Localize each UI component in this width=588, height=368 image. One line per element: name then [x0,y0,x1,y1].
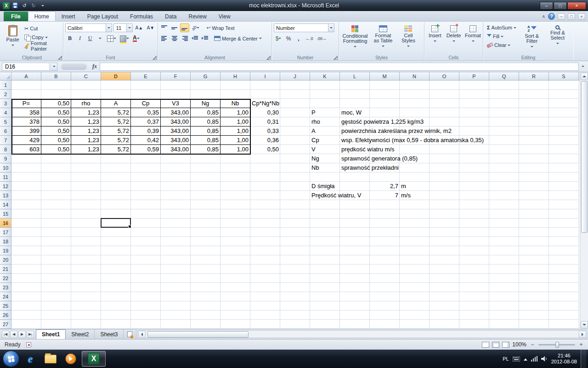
underline-button[interactable]: U [85,34,95,43]
volume-icon[interactable] [541,356,548,362]
page-break-view-button[interactable] [502,342,509,348]
column-header-I[interactable]: I [250,72,280,80]
decrease-decimal-button[interactable]: .00→ [316,34,328,43]
row-header-25[interactable]: 25 [0,301,11,310]
cell-K12[interactable]: D śmigła [310,182,340,191]
cell-D4[interactable]: 5,72 [101,108,131,117]
fill-color-button[interactable] [119,34,130,43]
cell-F4[interactable]: 343,00 [161,108,191,117]
merge-center-button[interactable]: Merge & Center [212,34,264,43]
row-header-26[interactable]: 26 [0,310,11,320]
horizontal-scrollbar[interactable] [137,330,587,338]
row-header-24[interactable]: 24 [0,292,11,301]
row-header-9[interactable]: 9 [0,154,11,163]
cell-K9[interactable]: Ng [310,154,340,163]
cell-A6[interactable]: 399 [11,126,41,136]
comma-style-button[interactable]: , [294,34,303,43]
cell-I5[interactable]: 0,31 [250,117,280,126]
column-header-R[interactable]: R [519,72,549,80]
clear-button[interactable]: Clear [485,41,518,49]
row-header-27[interactable]: 27 [0,320,11,329]
row-header-15[interactable]: 15 [0,209,11,218]
zoom-out-button[interactable]: − [529,341,536,348]
zoom-slider[interactable] [538,344,575,345]
taskbar-excel[interactable]: X [82,351,106,367]
cell-H8[interactable]: 1,00 [220,145,250,154]
minimize-ribbon-button[interactable]: ∧ [542,14,545,19]
cell-M13[interactable]: 7 [370,191,400,200]
row-header-23[interactable]: 23 [0,283,11,292]
column-header-D[interactable]: D [101,72,131,80]
column-header-E[interactable]: E [131,72,161,80]
insert-cells-button[interactable]: Insert [426,23,444,54]
qat-customize-button[interactable] [39,2,46,9]
cell-styles-button[interactable]: Cell Styles [397,23,420,54]
cell-C8[interactable]: 1,23 [71,145,101,154]
cell-K10[interactable]: Nb [310,163,340,172]
format-cells-button[interactable]: Format [464,23,482,54]
cell-L7[interactable]: wsp. Efektywności (max 0,59 - dobra amat… [340,136,370,145]
cell-C4[interactable]: 1,23 [71,108,101,117]
sheet-tab-sheet2[interactable]: Sheet2 [66,329,95,339]
show-desktop-button[interactable] [581,350,586,368]
cell-I3[interactable]: Cp*Ng*Nb [250,99,280,108]
fill-button[interactable]: Fill [485,32,518,40]
borders-button[interactable] [106,34,118,43]
column-header-H[interactable]: H [220,72,250,80]
grow-font-button[interactable]: A▲ [134,23,144,32]
horizontal-scroll-thumb[interactable] [147,331,249,338]
column-header-B[interactable]: B [41,72,71,80]
underline-dropdown[interactable] [96,34,105,43]
cell-K7[interactable]: Cp [310,136,340,145]
wrap-text-button[interactable]: ↩Wrap Text [204,24,236,32]
cell-B6[interactable]: 0,50 [41,126,71,136]
macro-record-button[interactable] [26,342,31,347]
name-box-dropdown[interactable] [51,63,57,71]
align-center-button[interactable] [170,34,179,43]
row-header-10[interactable]: 10 [0,163,11,172]
italic-button[interactable]: I [75,34,85,43]
row-header-22[interactable]: 22 [0,274,11,283]
font-dialog-launcher[interactable] [153,56,157,60]
cell-B7[interactable]: 0,50 [41,136,71,145]
cell-A8[interactable]: 603 [11,145,41,154]
cell-K5[interactable]: rho [310,117,340,126]
language-indicator[interactable]: PL [503,356,509,362]
cell-B3[interactable]: 0,50 [41,99,71,108]
excel-logo-icon[interactable]: X [3,2,10,9]
cell-L8[interactable]: prędkość wiatru m/s [340,145,370,154]
top-align-button[interactable] [160,23,169,32]
cell-G3[interactable]: Ng [191,99,220,108]
cell-I6[interactable]: 0,33 [250,126,280,136]
clipboard-dialog-launcher[interactable] [58,56,62,60]
format-painter-button[interactable]: Format Painter [23,42,61,50]
cell-F8[interactable]: 343,00 [161,145,191,154]
keyboard-icon[interactable] [513,356,520,362]
save-button[interactable] [11,2,19,9]
row-header-12[interactable]: 12 [0,182,11,191]
accounting-format-button[interactable]: $ [274,34,283,43]
cell-D3[interactable]: A [101,99,131,108]
number-format-combo[interactable]: Number [274,23,334,32]
cell-B4[interactable]: 0,50 [41,108,71,117]
decrease-indent-button[interactable] [190,34,199,43]
column-header-S[interactable]: S [549,72,579,80]
row-header-4[interactable]: 4 [0,108,11,117]
row-header-1[interactable]: 1 [0,80,11,90]
zoom-slider-thumb[interactable] [555,342,559,348]
increase-decimal-button[interactable]: ←.0 [304,34,315,43]
sheet-tab-sheet3[interactable]: Sheet3 [95,329,124,339]
help-button[interactable]: ? [548,13,555,20]
formula-input[interactable] [100,63,579,71]
cell-H4[interactable]: 1,00 [220,108,250,117]
cell-G6[interactable]: 0,85 [191,126,220,136]
previous-sheet-button[interactable]: ◀ [10,331,17,338]
network-icon[interactable] [531,356,537,362]
scroll-left-button[interactable] [138,331,146,338]
sort-filter-button[interactable]: AZ Sort & Filter [520,23,544,54]
cell-F6[interactable]: 343,00 [161,126,191,136]
row-header-17[interactable]: 17 [0,228,11,237]
cell-G8[interactable]: 0,85 [191,145,220,154]
column-header-K[interactable]: K [310,72,340,80]
cell-K4[interactable]: P [310,108,340,117]
